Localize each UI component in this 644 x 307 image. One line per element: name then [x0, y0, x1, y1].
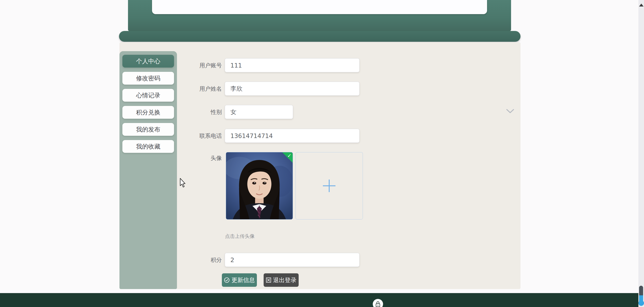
- close-square-icon: [266, 277, 271, 283]
- page: 个人中心 修改密码 心情记录 积分兑换 我的发布 我的收藏 用户账号 用户姓名 …: [0, 0, 644, 307]
- logout-button[interactable]: 退出登录: [264, 273, 299, 287]
- account-input[interactable]: [225, 58, 360, 72]
- scrollbar-track[interactable]: [638, 0, 644, 307]
- gender-label: 性别: [120, 108, 222, 116]
- circle-check-icon: [224, 277, 230, 283]
- avatar-upload-box[interactable]: [296, 152, 363, 220]
- footer-gap: [0, 289, 638, 293]
- update-info-button[interactable]: 更新信息: [222, 273, 257, 287]
- name-input[interactable]: [225, 82, 360, 96]
- chevron-down-icon[interactable]: [506, 109, 514, 114]
- points-label: 积分: [120, 256, 222, 264]
- profile-card: 个人中心 修改密码 心情记录 积分兑换 我的发布 我的收藏 用户账号 用户姓名 …: [120, 42, 520, 289]
- avatar-portrait: [226, 152, 292, 219]
- phone-label: 联系电话: [120, 132, 222, 140]
- arrow-up-icon[interactable]: [639, 3, 644, 6]
- laptop-screen-content: [152, 0, 487, 14]
- laptop-base-decoration: [119, 31, 520, 42]
- gender-select[interactable]: [225, 105, 293, 119]
- scrollbar-thumb-bulb: [638, 300, 644, 306]
- update-info-label: 更新信息: [232, 276, 255, 284]
- plus-icon: [323, 180, 336, 192]
- avatar-label: 头像: [120, 154, 222, 162]
- scrollbar-thumb[interactable]: [639, 286, 643, 297]
- action-buttons: 更新信息 退出登录: [120, 273, 299, 287]
- logout-label: 退出登录: [273, 276, 296, 284]
- upload-hint[interactable]: 点击上传头像: [225, 233, 255, 240]
- phone-input[interactable]: [225, 129, 360, 143]
- points-input[interactable]: [225, 253, 360, 267]
- avatar-image[interactable]: ✓: [226, 152, 293, 220]
- lock-icon: [373, 299, 383, 307]
- name-label: 用户姓名: [120, 85, 222, 92]
- footer: [0, 293, 638, 307]
- account-label: 用户账号: [120, 62, 222, 69]
